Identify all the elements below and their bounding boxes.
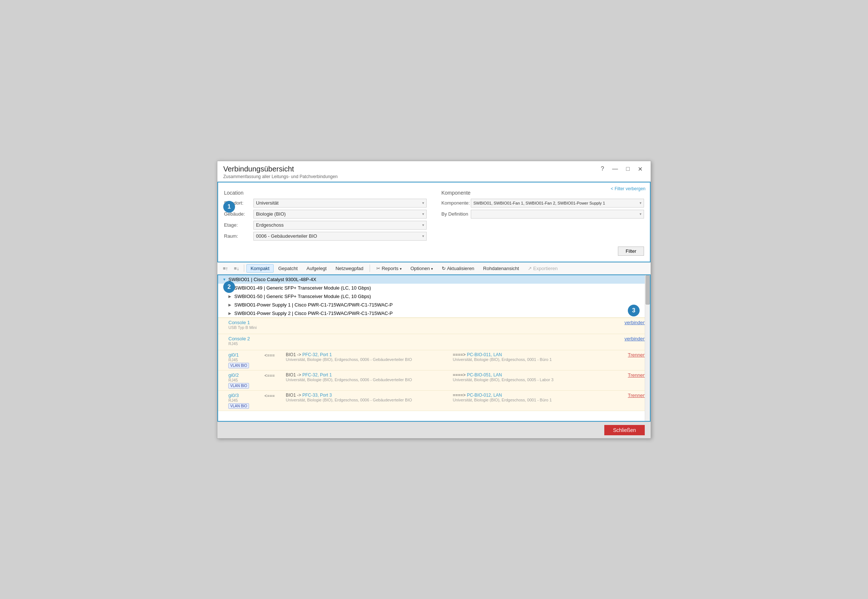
help-button[interactable]: ?	[598, 165, 606, 173]
content-area: ▼ SWBIO01 | Cisco Catalyst 9300L-48P-4X …	[217, 274, 651, 421]
tree-child-label-2: SWBIO01-Power Supply 1 | Cisco PWR-C1-71…	[234, 302, 393, 308]
by-definition-input[interactable]: ▾	[471, 210, 644, 218]
dest-text-gi03: Universität, Biologie (BIO), Erdgeschoss…	[453, 398, 617, 402]
gebaeude-field: Gebäude: Biologie (BIO) ▾	[224, 210, 426, 218]
port-name-gi01[interactable]: gi0/1	[228, 352, 261, 358]
path-text-gi03: Universität, Biologie (BIO), Erdgeschoss…	[286, 398, 450, 402]
sort-desc-button[interactable]: ≡↓	[231, 264, 242, 272]
window-title: Verbindungsübersicht	[223, 165, 338, 173]
port-name-console1[interactable]: Console 1	[228, 320, 261, 325]
tree-child-row-0[interactable]: ▶ SWBIO01-49 | Generic SFP+ Transceiver …	[218, 284, 650, 292]
dest-link-gi03[interactable]: PC-BIO-012, LAN	[467, 393, 502, 398]
action-gi03[interactable]: Trennen	[628, 393, 646, 398]
by-definition-field: By Definition ▾	[442, 210, 644, 218]
etage-field: Etage: Erdgeschoss ▾	[224, 221, 426, 230]
filter-button[interactable]: Filter	[618, 247, 644, 256]
gebaeude-input[interactable]: Biologie (BIO) ▾	[254, 210, 426, 218]
toolbar-separator-1	[244, 265, 244, 272]
action-console1[interactable]: verbinden	[625, 320, 646, 325]
port-type-gi03: RJ45	[228, 398, 261, 402]
path-text-gi02: Universität, Biologie (BIO), Erdgeschoss…	[286, 378, 450, 382]
port-type-gi02: RJ45	[228, 378, 261, 382]
minimize-button[interactable]: —	[610, 165, 620, 173]
action-gi01[interactable]: Trennen	[628, 352, 646, 358]
tab-kompakt[interactable]: Kompakt	[246, 264, 273, 272]
vlan-badge-gi02: VLAN BIO	[228, 383, 249, 388]
refresh-icon: ↻	[442, 266, 446, 271]
standort-field: Standort: Universität ▾	[224, 199, 426, 208]
komponente-input[interactable]: SWBIO01, SWBIO01-Fan 1, SWBIO01-Fan 2, S…	[471, 199, 644, 208]
main-window: Verbindungsübersicht Zusammenfassung all…	[217, 161, 651, 439]
etage-arrow: ▾	[422, 223, 424, 227]
close-button[interactable]: Schließen	[604, 425, 645, 435]
raum-field: Raum: 0006 - Gebäudeverteiler BIO ▾	[224, 232, 426, 241]
path-link-gi03[interactable]: PFC-33, Port 3	[302, 393, 332, 398]
path-link-gi01[interactable]: PFC-32, Port 1	[302, 352, 332, 357]
footer: Schließen	[217, 421, 651, 438]
export-button[interactable]: ↗ Exportieren	[524, 264, 562, 272]
arrow-gi01: <===	[264, 352, 283, 358]
etage-input[interactable]: Erdgeschoss ▾	[254, 221, 426, 230]
arrow-gi02: <===	[264, 372, 283, 378]
raum-input[interactable]: 0006 - Gebäudeverteiler BIO ▾	[254, 232, 426, 241]
action-console2[interactable]: verbinden	[625, 336, 646, 342]
dest-text-gi01: Universität, Biologie (BIO), Erdgeschoss…	[453, 357, 617, 362]
tree-root-label: SWBIO01 | Cisco Catalyst 9300L-48P-4X	[228, 277, 316, 282]
tree-child-row-1[interactable]: ▶ SWBIO01-50 | Generic SFP+ Transceiver …	[218, 292, 650, 301]
path-text-gi01: Universität, Biologie (BIO), Erdgeschoss…	[286, 357, 450, 362]
path-gi01-prefix: BIO1 ->	[286, 352, 302, 357]
tab-netzwegpfad[interactable]: Netzwegpfad	[331, 264, 368, 272]
maximize-button[interactable]: □	[624, 165, 632, 173]
refresh-button[interactable]: ↻ Aktualisieren	[438, 264, 478, 272]
close-title-button[interactable]: ✕	[635, 165, 645, 173]
path-link-gi02[interactable]: PFC-32, Port 1	[302, 372, 332, 378]
port-name-console2[interactable]: Console 2	[228, 336, 261, 342]
connection-section: Console 1 USB Typ B Mini verbinden Conso…	[218, 318, 650, 411]
vlan-badge-gi03: VLAN BIO	[228, 403, 249, 409]
raw-view-button[interactable]: Rohdatenansicht	[479, 264, 523, 272]
tree-child-row-2[interactable]: ▶ SWBIO01-Power Supply 1 | Cisco PWR-C1-…	[218, 301, 650, 309]
action-gi02[interactable]: Trennen	[628, 372, 646, 378]
gebaeude-arrow: ▾	[422, 212, 424, 216]
vlan-badge-gi01: VLAN BIO	[228, 363, 249, 368]
port-name-gi03[interactable]: gi0/3	[228, 393, 261, 398]
export-icon: ↗	[528, 266, 532, 271]
options-button[interactable]: Optionen	[406, 264, 437, 272]
tree-child-arrow-1: ▶	[228, 294, 232, 298]
komponente-arrow: ▾	[640, 201, 641, 205]
filter-panel: < Filter verbergen Location Standort: Un…	[217, 182, 651, 262]
path-gi03-prefix: BIO1 ->	[286, 393, 302, 398]
etage-label: Etage:	[224, 222, 254, 228]
port-type-console2: RJ45	[228, 342, 261, 346]
step-indicator-1: 1	[223, 201, 235, 213]
connection-row-gi03: gi0/3 RJ45 VLAN BIO <=== BIO1 -> PFC-33,…	[218, 391, 650, 411]
standort-input[interactable]: Universität ▾	[254, 199, 426, 208]
reports-button[interactable]: ✂ Reports	[372, 264, 406, 272]
standort-arrow: ▾	[422, 201, 424, 205]
window-controls: ? — □ ✕	[598, 165, 645, 173]
filter-toggle-button[interactable]: < Filter verbergen	[611, 186, 646, 191]
port-type-console1: USB Typ B Mini	[228, 325, 261, 330]
scrollbar-track[interactable]	[645, 275, 650, 421]
tree-root-row[interactable]: ▼ SWBIO01 | Cisco Catalyst 9300L-48P-4X	[218, 275, 650, 284]
tree-child-row-3[interactable]: ▶ SWBIO01-Power Supply 2 | Cisco PWR-C1-…	[218, 309, 650, 318]
arrow-gi03: <===	[264, 393, 283, 399]
tree-expand-arrow: ▼	[222, 277, 226, 281]
toolbar-separator-2	[369, 265, 370, 272]
dest-link-gi01[interactable]: PC-BIO-011, LAN	[467, 352, 502, 357]
port-name-gi02[interactable]: gi0/2	[228, 372, 261, 378]
scrollbar-thumb[interactable]	[646, 275, 650, 305]
step-indicator-2: 2	[223, 281, 235, 293]
tree-child-label-3: SWBIO01-Power Supply 2 | Cisco PWR-C1-71…	[234, 310, 393, 316]
reports-icon: ✂	[376, 266, 380, 271]
path-gi02-prefix: BIO1 ->	[286, 372, 302, 378]
dest-text-gi02: Universität, Biologie (BIO), Erdgeschoss…	[453, 378, 617, 382]
komponente-label: Komponente:	[442, 200, 471, 206]
component-section: Komponente Komponente: SWBIO01, SWBIO01-…	[442, 190, 644, 243]
step-indicator-3: 3	[628, 305, 640, 316]
tab-gepatcht[interactable]: Gepatcht	[274, 264, 302, 272]
sort-asc-button[interactable]: ≡↑	[220, 264, 231, 272]
by-definition-arrow: ▾	[640, 212, 641, 216]
dest-link-gi02[interactable]: PC-BIO-051, LAN	[467, 372, 502, 378]
tab-aufgelegt[interactable]: Aufgelegt	[302, 264, 330, 272]
